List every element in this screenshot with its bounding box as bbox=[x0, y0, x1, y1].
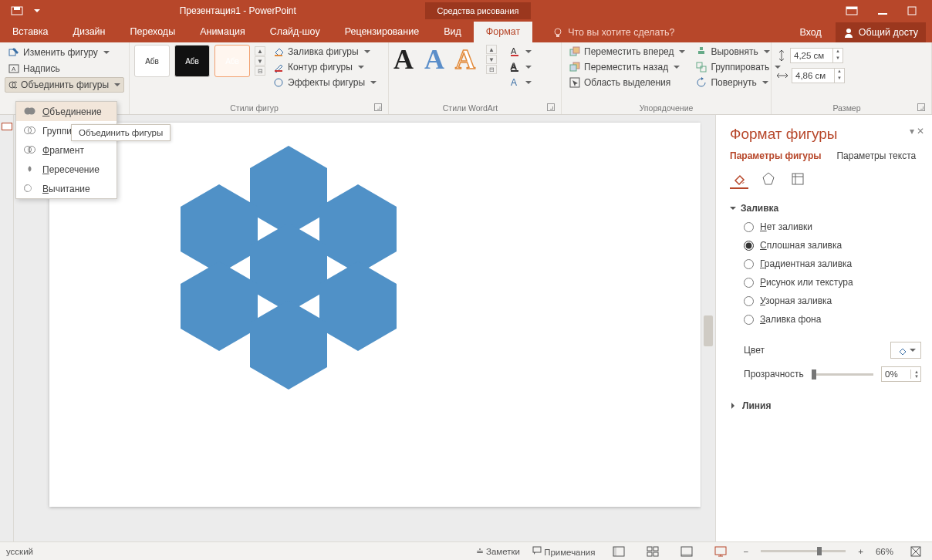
selection-pane-button[interactable]: Область выделения bbox=[566, 76, 688, 89]
fill-background[interactable]: Заливка фона bbox=[744, 314, 921, 325]
wordart-gallery[interactable]: A A A ▲▼⊟ bbox=[393, 45, 497, 74]
group-button[interactable]: Группировать bbox=[693, 60, 784, 74]
tell-me[interactable]: Что вы хотите сделать? bbox=[552, 22, 674, 42]
signin-link[interactable]: Вход bbox=[792, 22, 829, 42]
size-dialog-launcher[interactable] bbox=[917, 103, 925, 111]
bring-forward-icon bbox=[569, 46, 580, 57]
rotate-button[interactable]: Повернуть bbox=[693, 76, 784, 89]
maximize-icon[interactable] bbox=[907, 6, 917, 15]
close-pane-icon[interactable]: ▾ ✕ bbox=[910, 126, 924, 137]
format-tab-text[interactable]: Параметры текста bbox=[836, 150, 916, 161]
merge-fragment[interactable]: Фрагмент bbox=[16, 140, 117, 160]
fit-to-window-icon[interactable] bbox=[906, 546, 926, 557]
tab-animation[interactable]: Анимация bbox=[187, 22, 258, 42]
view-sorter-icon[interactable] bbox=[642, 546, 664, 557]
shape-outline-button[interactable]: Контур фигуры bbox=[270, 60, 380, 74]
person-icon bbox=[843, 27, 854, 38]
svg-rect-29 bbox=[697, 62, 702, 68]
notes-button[interactable]: ≐ Заметки bbox=[476, 546, 520, 557]
wordart-thumb-2[interactable]: A bbox=[424, 46, 444, 73]
transparency-slider[interactable] bbox=[812, 373, 873, 376]
fill-color-button[interactable] bbox=[890, 342, 921, 359]
svg-rect-7 bbox=[556, 35, 559, 37]
minimize-icon[interactable] bbox=[878, 6, 887, 15]
autosave-icon[interactable] bbox=[11, 5, 23, 16]
qat-dropdown-icon[interactable] bbox=[34, 8, 40, 14]
merge-union[interactable]: ООбъединениебъединение bbox=[16, 102, 117, 121]
svg-rect-28 bbox=[698, 51, 704, 54]
svg-rect-5 bbox=[908, 7, 916, 15]
language-indicator[interactable]: усский bbox=[6, 547, 33, 556]
tab-slideshow[interactable]: Слайд-шоу bbox=[258, 22, 333, 42]
shape-fill-button[interactable]: Заливка фигуры bbox=[270, 45, 380, 59]
fill-pattern[interactable]: Узорная заливка bbox=[744, 295, 921, 306]
slide-thumbnail-1[interactable] bbox=[2, 123, 12, 130]
text-effects-button[interactable]: A bbox=[506, 76, 535, 89]
gallery-more[interactable]: ▲▼⊟ bbox=[255, 46, 265, 76]
line-section-header[interactable]: Линия bbox=[730, 400, 921, 411]
svg-rect-18 bbox=[511, 55, 518, 56]
zoom-out[interactable]: − bbox=[744, 547, 749, 556]
shape-styles-dialog-launcher[interactable] bbox=[374, 103, 382, 111]
slide[interactable] bbox=[49, 123, 701, 507]
slide-canvas-area[interactable] bbox=[14, 115, 715, 541]
shape-style-gallery[interactable]: Абв Абв Абв ▲▼⊟ bbox=[134, 45, 265, 77]
text-outline-button[interactable]: A bbox=[506, 60, 535, 74]
size-props-tab-icon[interactable] bbox=[788, 170, 807, 189]
merge-shapes-button[interactable]: Объединить фигуры bbox=[5, 77, 124, 93]
wordart-gallery-more[interactable]: ▲▼⊟ bbox=[486, 45, 497, 74]
fill-picture[interactable]: Рисунок или текстура bbox=[744, 277, 921, 288]
format-shape-pane: ▾ ✕ Формат фигуры Параметры фигуры Парам… bbox=[715, 115, 932, 541]
effects-tab-icon[interactable] bbox=[759, 170, 778, 189]
tab-design[interactable]: Дизайн bbox=[60, 22, 117, 42]
fill-section-header[interactable]: Заливка bbox=[730, 203, 921, 214]
fill-none[interactable]: Нет заливки bbox=[744, 221, 921, 232]
tab-insert[interactable]: Вставка bbox=[0, 22, 60, 42]
svg-point-32 bbox=[29, 108, 35, 115]
svg-point-6 bbox=[555, 29, 561, 35]
tab-format[interactable]: Формат bbox=[474, 22, 532, 42]
send-backward-button[interactable]: Переместить назад bbox=[566, 60, 688, 74]
ribbon-options-icon[interactable] bbox=[846, 6, 858, 15]
zoom-slider[interactable] bbox=[761, 550, 846, 552]
zoom-level[interactable]: 66% bbox=[876, 547, 893, 556]
fill-line-tab-icon[interactable] bbox=[730, 170, 748, 189]
slide-thumbnail-panel[interactable] bbox=[0, 115, 14, 541]
style-thumb-2[interactable]: Абв bbox=[174, 45, 210, 77]
text-box-button[interactable]: A Надпись bbox=[5, 61, 124, 76]
view-normal-icon[interactable] bbox=[608, 546, 630, 557]
wordart-thumb-1[interactable]: A bbox=[393, 46, 414, 73]
tab-review[interactable]: Рецензирование bbox=[333, 22, 432, 42]
rotate-icon bbox=[696, 77, 707, 88]
view-slideshow-icon[interactable] bbox=[710, 546, 731, 557]
edit-shape-button[interactable]: Изменить фигуру bbox=[5, 45, 124, 60]
text-fill-button[interactable]: A bbox=[506, 45, 535, 59]
transparency-input[interactable]: 0%▲▼ bbox=[881, 366, 921, 382]
comments-button[interactable]: Примечания bbox=[532, 546, 596, 557]
tab-transitions[interactable]: Переходы bbox=[118, 22, 188, 42]
merge-subtract[interactable]: Вычитание bbox=[16, 179, 117, 198]
group-icon bbox=[696, 62, 707, 73]
align-button[interactable]: Выровнять bbox=[693, 45, 784, 59]
hexagon-cluster[interactable] bbox=[142, 146, 435, 454]
tab-view[interactable]: Вид bbox=[431, 22, 474, 42]
format-tab-shape[interactable]: Параметры фигуры bbox=[730, 150, 821, 161]
fill-gradient[interactable]: Градиентная заливка bbox=[744, 258, 921, 269]
selection-pane-icon bbox=[569, 77, 580, 88]
shape-width-input[interactable]: 4,86 см▲▼ bbox=[792, 68, 845, 83]
style-thumb-1[interactable]: Абв bbox=[134, 45, 170, 77]
shape-height-input[interactable]: 4,25 см▲▼ bbox=[790, 48, 843, 63]
zoom-in[interactable]: + bbox=[858, 547, 863, 556]
wordart-dialog-launcher[interactable] bbox=[547, 103, 555, 111]
merge-intersect[interactable]: Пересечение bbox=[16, 160, 117, 179]
contextual-tab-title: Средства рисования bbox=[425, 2, 532, 19]
status-bar: усский ≐ Заметки Примечания − + 66% bbox=[0, 541, 932, 560]
wordart-thumb-3[interactable]: A bbox=[455, 46, 475, 73]
view-reading-icon[interactable] bbox=[676, 546, 697, 557]
bring-forward-button[interactable]: Переместить вперед bbox=[566, 45, 688, 59]
vertical-scrollbar[interactable] bbox=[701, 115, 715, 541]
fill-solid[interactable]: Сплошная заливка bbox=[744, 240, 921, 251]
shape-effects-button[interactable]: Эффекты фигуры bbox=[270, 76, 380, 89]
share-button[interactable]: Общий досту bbox=[836, 22, 926, 42]
style-thumb-3[interactable]: Абв bbox=[214, 45, 250, 77]
